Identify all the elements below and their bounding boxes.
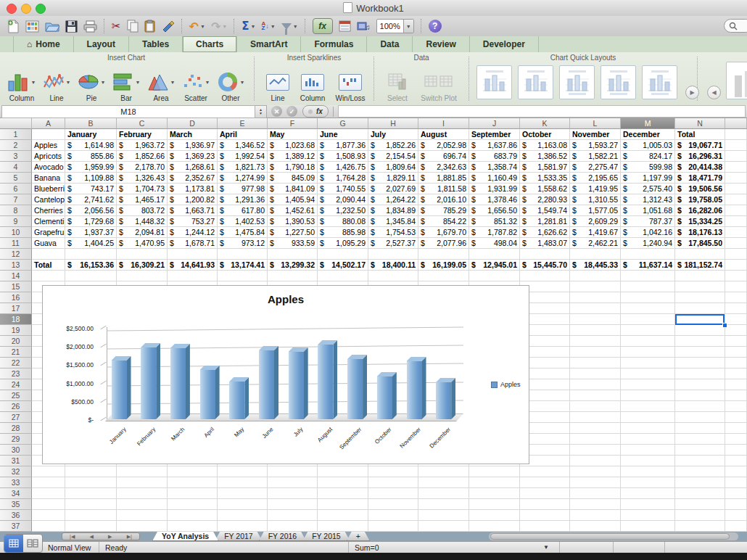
cell-B7[interactable]: $2,741.62	[65, 194, 117, 205]
cell-F6[interactable]: $1,841.09	[268, 184, 318, 194]
cell-L3[interactable]: $1,582.21	[570, 151, 621, 162]
cell-N6[interactable]: $19,506.56	[675, 184, 725, 194]
cell-N2[interactable]: $19,067.71	[675, 140, 725, 151]
column-header-G[interactable]: G	[318, 118, 368, 129]
cell-K35[interactable]	[520, 499, 570, 510]
cell-I9[interactable]: $854.22	[418, 216, 469, 227]
cell-J33[interactable]	[469, 477, 520, 488]
cell-E14[interactable]	[218, 271, 268, 281]
cell-L2[interactable]: $1,593.27	[570, 140, 621, 151]
cell-I3[interactable]: $696.74	[418, 151, 469, 162]
cell-L32[interactable]	[570, 466, 621, 477]
cell-M12[interactable]	[621, 249, 675, 260]
cell-N22[interactable]	[675, 358, 725, 368]
cell-M32[interactable]	[621, 466, 675, 477]
cell-E1[interactable]: April	[218, 129, 268, 140]
row-header-5[interactable]: 5	[0, 173, 32, 184]
cell-J2[interactable]: $1,637.86	[469, 140, 520, 151]
cell-partial36[interactable]	[725, 510, 747, 521]
row-header-10[interactable]: 10	[0, 227, 32, 238]
cell-partial3[interactable]	[725, 151, 747, 162]
row-header-1[interactable]: 1	[0, 129, 32, 140]
cell-C36[interactable]	[117, 510, 168, 521]
cell-H35[interactable]	[368, 499, 418, 510]
cell-partial6[interactable]	[725, 184, 747, 194]
cell-N16[interactable]	[675, 292, 725, 303]
cell-A33[interactable]	[32, 477, 65, 488]
cell-F32[interactable]	[268, 466, 318, 477]
cell-L14[interactable]	[570, 271, 621, 281]
cell-G7[interactable]: $2,090.44	[318, 194, 368, 205]
cell-J6[interactable]: $1,931.99	[469, 184, 520, 194]
cell-F8[interactable]: $1,452.61	[268, 205, 318, 216]
cell-H1[interactable]: July	[368, 129, 418, 140]
cell-G5[interactable]: $1,764.28	[318, 173, 368, 184]
cell-B32[interactable]	[65, 466, 117, 477]
cell-L31[interactable]	[570, 456, 621, 466]
name-box[interactable]: M18	[1, 105, 255, 118]
cell-K8[interactable]: $1,549.74	[520, 205, 570, 216]
cell-M1[interactable]: December	[621, 129, 675, 140]
cell-G35[interactable]	[318, 499, 368, 510]
cell-B1[interactable]: January	[65, 129, 117, 140]
cell-partial20[interactable]	[725, 336, 747, 347]
cell-M14[interactable]	[621, 271, 675, 281]
cell-I36[interactable]	[418, 510, 469, 521]
cell-I11[interactable]: $2,077.96	[418, 238, 469, 249]
cell-N9[interactable]: $15,334.25	[675, 216, 725, 227]
cell-G37[interactable]	[318, 521, 368, 532]
cell-A34[interactable]	[32, 488, 65, 499]
column-header-A[interactable]: A	[32, 118, 65, 129]
cell-M6[interactable]: $2,575.40	[621, 184, 675, 194]
cell-M3[interactable]: $824.17	[621, 151, 675, 162]
sort-button[interactable]: AZ↓▼	[258, 17, 278, 35]
cell-J4[interactable]: $1,358.74	[469, 162, 520, 173]
chart-style-thumbnail[interactable]	[726, 62, 747, 99]
cell-I6[interactable]: $1,811.58	[418, 184, 469, 194]
cell-M10[interactable]: $1,042.16	[621, 227, 675, 238]
cell-M11[interactable]: $1,240.94	[621, 238, 675, 249]
row-header-20[interactable]: 20	[0, 336, 32, 347]
cell-B3[interactable]: $855.86	[65, 151, 117, 162]
cell-partial31[interactable]	[725, 456, 747, 466]
cell-G12[interactable]	[318, 249, 368, 260]
cell-N37[interactable]	[675, 521, 725, 532]
cell-N15[interactable]	[675, 281, 725, 292]
cell-partial27[interactable]	[725, 412, 747, 423]
cell-M37[interactable]	[621, 521, 675, 532]
cell-partial25[interactable]	[725, 390, 747, 401]
cell-A35[interactable]	[32, 499, 65, 510]
cell-D33[interactable]	[168, 477, 218, 488]
cell-J32[interactable]	[469, 466, 520, 477]
toolbox-button[interactable]	[336, 17, 354, 35]
insert-chart-other-button[interactable]: ▼ Other	[215, 71, 247, 102]
cell-M23[interactable]	[621, 368, 675, 379]
cell-B37[interactable]	[65, 521, 117, 532]
cell-B5[interactable]: $1,109.88	[65, 173, 117, 184]
cell-A8[interactable]: Cherries	[32, 205, 65, 216]
cell-E37[interactable]	[218, 521, 268, 532]
cell-E13[interactable]: $13,174.41	[218, 260, 268, 271]
cell-B11[interactable]: $1,404.25	[65, 238, 117, 249]
cell-G8[interactable]: $1,232.50	[318, 205, 368, 216]
column-header-B[interactable]: B	[65, 118, 117, 129]
cell-D34[interactable]	[168, 488, 218, 499]
cell-E7[interactable]: $1,291.36	[218, 194, 268, 205]
cell-D7[interactable]: $1,200.82	[168, 194, 218, 205]
tab-developer[interactable]: Developer	[470, 36, 539, 52]
cell-H12[interactable]	[368, 249, 418, 260]
cell-J35[interactable]	[469, 499, 520, 510]
cell-partial14[interactable]	[725, 271, 747, 281]
cell-L27[interactable]	[570, 412, 621, 423]
cell-N33[interactable]	[675, 477, 725, 488]
cell-M22[interactable]	[621, 358, 675, 368]
cell-D11[interactable]: $1,678.71	[168, 238, 218, 249]
cell-M34[interactable]	[621, 488, 675, 499]
cell-G1[interactable]: June	[318, 129, 368, 140]
insert-chart-line-button[interactable]: ▼ Line	[41, 71, 73, 102]
cell-M19[interactable]	[621, 325, 675, 336]
cell-M15[interactable]	[621, 281, 675, 292]
cell-partial22[interactable]	[725, 358, 747, 368]
horizontal-scrollbar[interactable]	[489, 532, 738, 540]
cell-L35[interactable]	[570, 499, 621, 510]
